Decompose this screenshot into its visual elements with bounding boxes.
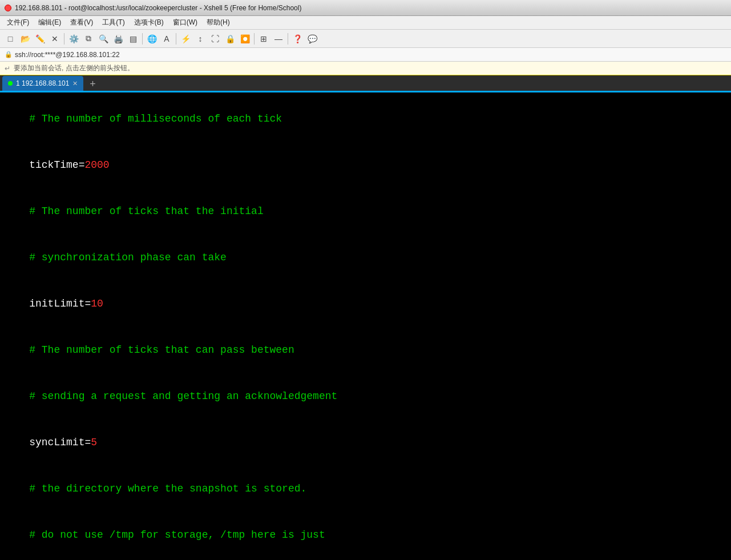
menu-bar: 文件(F) 编辑(E) 查看(V) 工具(T) 选项卡(B) 窗口(W) 帮助(… (0, 16, 731, 30)
terminal-line-9: # the directory where the snapshot is st… (5, 466, 726, 512)
tab-bar: 1 192.168.88.101 ✕ + (0, 75, 731, 92)
toolbar-search[interactable]: 🔍 (96, 32, 110, 46)
tab-indicator (8, 81, 13, 86)
toolbar-transfer[interactable]: ↕️ (193, 32, 207, 46)
toolbar-grid[interactable]: ⊞ (257, 32, 270, 46)
terminal[interactable]: # The number of milliseconds of each tic… (0, 92, 731, 560)
tab-add-button[interactable]: + (86, 77, 99, 91)
toolbar-dash[interactable]: — (272, 32, 285, 46)
terminal-line-1: # The number of milliseconds of each tic… (5, 96, 726, 142)
title-bar: 192.168.88.101 - root@localhost:/usr/loc… (0, 0, 731, 16)
terminal-line-10: # do not use /tmp for storage, /tmp here… (5, 512, 726, 558)
line-comment-1: # The number of milliseconds of each tic… (29, 113, 282, 124)
toolbar-layout[interactable]: ▤ (126, 32, 140, 46)
toolbar-lock[interactable]: 🔒 (223, 32, 237, 46)
tab-active[interactable]: 1 192.168.88.101 ✕ (2, 76, 83, 91)
toolbar-globe[interactable]: 🌐 (145, 32, 159, 46)
terminal-line-3: # The number of ticks that the initial (5, 188, 726, 235)
terminal-line-7: # sending a request and getting an ackno… (5, 373, 726, 420)
separator-1 (64, 33, 64, 45)
separator-2 (142, 33, 143, 45)
toolbar-copy[interactable]: ⧉ (82, 32, 95, 46)
separator-5 (288, 33, 288, 45)
window-title: 192.168.88.101 - root@localhost:/usr/loc… (15, 4, 301, 12)
hint-text: 要添加当前会话, 点击左侧的前头按钮。 (14, 63, 134, 73)
toolbar-pencil[interactable]: ✏️ (33, 32, 47, 46)
toolbar-record[interactable]: ⏺️ (238, 32, 252, 46)
ssh-address: ssh://root:****@192.168.88.101:22 (15, 51, 120, 59)
separator-4 (254, 33, 255, 45)
arrow-icon: ↵ (5, 65, 10, 72)
terminal-line-2: tickTime=2000 (5, 142, 726, 188)
toolbar-help[interactable]: ❓ (290, 32, 304, 46)
line-comment-6: # The number of ticks that can pass betw… (29, 344, 294, 356)
toolbar: □ 📂 ✏️ ✕ ⚙️ ⧉ 🔍 🖨️ ▤ 🌐 A ⚡ ↕️ ⛶ 🔒 ⏺️ ⊞ —… (0, 30, 731, 48)
key-synclimit: syncLimit= (29, 437, 91, 448)
menu-tools[interactable]: 工具(T) (98, 17, 129, 29)
val-ticktime: 2000 (84, 159, 109, 171)
terminal-line-6: # The number of ticks that can pass betw… (5, 327, 726, 373)
lock-icon: 🔒 (5, 51, 13, 58)
window-icon (5, 5, 11, 11)
separator-3 (176, 33, 176, 45)
toolbar-settings[interactable]: ⚙️ (67, 32, 80, 46)
menu-file[interactable]: 文件(F) (2, 17, 34, 29)
menu-help[interactable]: 帮助(H) (202, 17, 235, 29)
menu-window[interactable]: 窗口(W) (168, 17, 202, 29)
toolbar-new[interactable]: □ (3, 32, 17, 46)
terminal-line-8: syncLimit=5 (5, 420, 726, 466)
menu-tabs[interactable]: 选项卡(B) (130, 17, 168, 29)
tab-close-button[interactable]: ✕ (72, 80, 78, 87)
line-comment-4: # synchronization phase can take (29, 252, 227, 263)
line-comment-7: # sending a request and getting an ackno… (29, 390, 337, 402)
address-bar: 🔒 ssh://root:****@192.168.88.101:22 (0, 48, 731, 62)
toolbar-comment[interactable]: 💬 (305, 32, 319, 46)
key-ticktime: tickTime= (29, 159, 84, 171)
menu-edit[interactable]: 编辑(E) (34, 17, 66, 29)
terminal-line-5: initLimit=10 (5, 281, 726, 327)
toolbar-open[interactable]: 📂 (18, 32, 32, 46)
toolbar-font[interactable]: A (160, 32, 173, 46)
toolbar-x[interactable]: ✕ (48, 32, 62, 46)
tab-label: 1 192.168.88.101 (16, 79, 69, 87)
line-comment-10: # do not use /tmp for storage, /tmp here… (29, 529, 325, 541)
line-comment-3: # The number of ticks that the initial (29, 206, 263, 217)
line-comment-9: # the directory where the snapshot is st… (29, 483, 306, 494)
hint-bar: ↵ 要添加当前会话, 点击左侧的前头按钮。 (0, 62, 731, 75)
toolbar-print[interactable]: 🖨️ (111, 32, 125, 46)
toolbar-fullscreen[interactable]: ⛶ (208, 32, 222, 46)
val-synclimit: 5 (91, 437, 97, 448)
val-initlimit: 10 (91, 298, 103, 309)
menu-view[interactable]: 查看(V) (66, 17, 98, 29)
key-initlimit: initLimit= (29, 298, 91, 309)
toolbar-connect[interactable]: ⚡ (179, 32, 192, 46)
terminal-line-4: # synchronization phase can take (5, 235, 726, 281)
